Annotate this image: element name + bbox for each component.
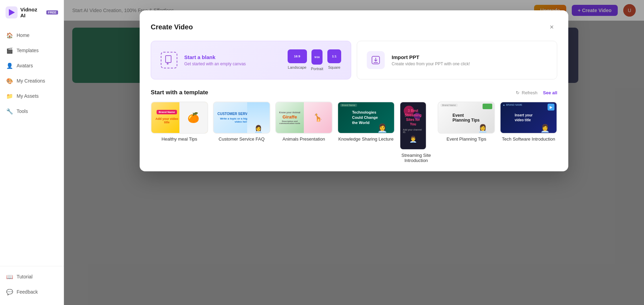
portrait-format-icon: 9/16 [311,49,323,65]
my-assets-icon: 📁 [6,93,13,99]
sidebar-item-templates[interactable]: 🎬 Templates [0,43,64,58]
import-ppt-icon [367,51,385,69]
template-section-actions: ↻ Refresh See all [516,90,557,95]
blank-icon [161,52,177,68]
create-video-modal: Create Video × Start a blank [140,10,568,171]
square-label: Square [328,65,340,69]
landscape-format-icon: 16:9 [288,49,307,63]
template-thumb: ▲BRAND NAME ▶ Insert your video title 👩‍… [500,102,557,134]
modal-header: Create Video × [151,21,557,32]
template-section-header: Start with a template ↻ Refresh See all [151,89,557,96]
sidebar-item-label: Home [17,32,29,38]
template-thumb: CUSTOMER SERVICE - FAQS Write a topic or… [213,102,270,134]
template-name: Animals Presentation [275,136,333,142]
template-name: Streaming Site Introduction [400,153,433,163]
sidebar-item-home[interactable]: 🏠 Home [0,28,64,43]
main-area: Start AI Video Creation, 100% Free & Eff… [64,0,644,305]
logo-badge: FREE [46,10,58,15]
import-option-subtitle: Create video from your PPT with one clic… [392,61,470,66]
sidebar: Vidnoz AI FREE 🏠 Home 🎬 Templates 👤 Avat… [0,0,64,305]
import-ppt-option[interactable]: Import PPT Create video from your PPT wi… [357,41,557,79]
portrait-format-button[interactable]: 9/16 Portrait [311,49,323,71]
refresh-templates-button[interactable]: ↻ Refresh [516,90,538,95]
sidebar-bottom: 📖 Tutorial 💬 Feedback [0,266,64,305]
download-icon [371,55,381,65]
sidebar-nav: 🏠 Home 🎬 Templates 👤 Avatars 🎨 My Creati… [0,25,64,266]
template-card-streaming[interactable]: 3 Best Streaming Sites for You Add your … [400,102,433,163]
see-all-templates-button[interactable]: See all [543,90,557,95]
template-card-healthy-meal[interactable]: Brand Name Add your video title 🍊 Health… [151,102,208,163]
template-name: Knowledge Sharing Lecture [337,136,395,142]
logo-text: Vidnoz AI [20,7,43,18]
modal-title: Create Video [151,23,193,31]
blank-option-text: Start a blank Get started with an empty … [184,54,246,66]
modal-close-button[interactable]: × [546,21,557,32]
sidebar-item-label: My Creations [17,78,45,84]
template-section-title: Start with a template [151,89,208,96]
template-card-customer-service[interactable]: CUSTOMER SERVICE - FAQS Write a topic or… [213,102,270,163]
template-name: Tech Software Introduction [500,136,557,142]
template-card-event-planning[interactable]: Brand Name Event Planning Tips 👩‍💼 Event… [438,102,495,163]
template-card-tech-software[interactable]: ▲BRAND NAME ▶ Insert your video title 👩‍… [500,102,557,163]
templates-icon: 🎬 [6,47,13,54]
refresh-icon: ↻ [516,90,520,95]
import-option-text: Import PPT Create video from your PPT wi… [392,54,470,66]
format-icons: 16:9 Landscape 9/16 Portrait [288,49,341,71]
sidebar-item-label: Avatars [17,63,33,68]
avatars-icon: 👤 [6,62,13,69]
sidebar-item-avatars[interactable]: 👤 Avatars [0,58,64,73]
sidebar-item-label: Templates [17,48,39,53]
sidebar-item-label: Feedback [17,289,38,295]
tools-icon: 🔧 [6,108,13,115]
create-options: Start a blank Get started with an empty … [151,41,557,79]
blank-option-title: Start a blank [184,54,246,60]
square-format-button[interactable]: 1:1 Square [327,49,341,71]
templates-grid: Brand Name Add your video title 🍊 Health… [151,102,557,163]
portrait-label: Portrait [311,67,323,71]
landscape-format-button[interactable]: 16:9 Landscape [288,49,307,71]
blank-option-subtitle: Get started with an empty canvas [184,61,246,66]
svg-rect-4 [166,56,171,63]
modal-overlay: Create Video × Start a blank [64,0,644,305]
sidebar-item-my-creations[interactable]: 🎨 My Creations [0,73,64,88]
sidebar-item-label: Tools [17,108,28,114]
sidebar-item-tutorial[interactable]: 📖 Tutorial [0,269,64,284]
template-thumb: Brand Name Event Planning Tips 👩‍💼 [438,102,495,134]
template-thumb: Brand Name Technologies Could Change the… [337,102,395,134]
start-blank-option[interactable]: Start a blank Get started with an empty … [151,41,351,79]
home-icon: 🏠 [6,32,13,39]
sidebar-item-label: Tutorial [17,274,32,279]
logo: Vidnoz AI FREE [0,0,64,25]
feedback-icon: 💬 [6,288,13,295]
sidebar-item-my-assets[interactable]: 📁 My Assets [0,88,64,104]
template-card-animals[interactable]: Know your Animal Giraffe Description and… [275,102,333,163]
template-thumb: 3 Best Streaming Sites for You Add your … [400,102,427,150]
template-name: Healthy meal Tips [151,136,208,142]
template-name: Customer Service FAQ [213,136,270,142]
sidebar-item-feedback[interactable]: 💬 Feedback [0,284,64,299]
my-creations-icon: 🎨 [6,77,13,84]
logo-icon [6,6,18,19]
square-format-icon: 1:1 [327,49,341,63]
import-option-title: Import PPT [392,54,470,60]
sidebar-item-tools[interactable]: 🔧 Tools [0,104,64,119]
tutorial-icon: 📖 [6,273,13,280]
template-thumb: Brand Name Add your video title 🍊 [151,102,208,134]
sidebar-item-label: My Assets [17,93,39,99]
landscape-label: Landscape [288,65,307,69]
template-thumb: Know your Animal Giraffe Description and… [275,102,333,134]
template-card-knowledge[interactable]: Brand Name Technologies Could Change the… [337,102,395,163]
template-name: Event Planning Tips [438,136,495,142]
document-plus-icon [165,55,173,65]
